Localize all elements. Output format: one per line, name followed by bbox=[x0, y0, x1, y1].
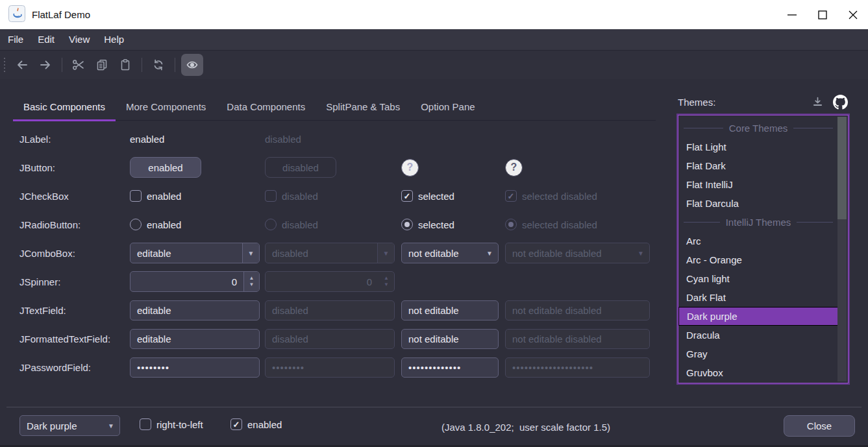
forward-button[interactable] bbox=[36, 55, 55, 75]
chevron-down-icon[interactable]: ▼ bbox=[481, 243, 498, 263]
right-to-left-checkbox[interactable]: right-to-left bbox=[140, 418, 203, 430]
checkbox-icon bbox=[265, 190, 277, 202]
theme-item-dark-flat[interactable]: Dark Flat bbox=[678, 288, 838, 307]
help-button[interactable]: ? bbox=[401, 159, 419, 176]
help-button-disabled: ? bbox=[505, 159, 523, 176]
passwordfield-editable[interactable]: •••••••• bbox=[130, 357, 260, 378]
theme-item-flat-darcula[interactable]: Flat Darcula bbox=[678, 194, 838, 213]
combobox-disabled: disabled▼ bbox=[265, 243, 395, 263]
theme-item-cyan-light[interactable]: Cyan light bbox=[678, 269, 838, 288]
toolbar-separator bbox=[62, 58, 62, 72]
spinner-up-down-icons[interactable]: ▲▼ bbox=[243, 272, 259, 291]
scissors-icon bbox=[72, 58, 85, 71]
app-window: FlatLaf Demo File Edit View Help bbox=[0, 0, 868, 447]
row-label: JSpinner: bbox=[19, 276, 130, 287]
tab-more-components[interactable]: More Components bbox=[116, 93, 216, 120]
jpasswordfield-row: JPasswordField: •••••••• •••••••• ••••••… bbox=[19, 353, 650, 381]
theme-item-dark-purple[interactable]: Dark purple bbox=[678, 307, 838, 326]
toolbar-grip-handle[interactable] bbox=[4, 58, 5, 72]
passwordfield-not-editable-disabled: •••••••••••••••••••• bbox=[505, 357, 650, 378]
menu-view[interactable]: View bbox=[62, 29, 97, 50]
checkbox-selected[interactable]: selected bbox=[401, 190, 499, 202]
toolbar bbox=[0, 51, 868, 79]
theme-item-gray[interactable]: Gray bbox=[678, 344, 838, 363]
radio-disabled: disabled bbox=[265, 219, 395, 230]
tab-option-pane[interactable]: Option Pane bbox=[410, 93, 485, 120]
radio-selected[interactable]: selected bbox=[401, 219, 499, 230]
radio-selected-disabled: selected disabled bbox=[505, 219, 650, 230]
maximize-button[interactable] bbox=[807, 0, 837, 29]
enabled-button[interactable]: enabled bbox=[130, 157, 201, 178]
theme-item-flat-intellij[interactable]: Flat IntelliJ bbox=[678, 175, 838, 194]
theme-item-dracula[interactable]: Dracula bbox=[678, 326, 838, 344]
paste-button[interactable] bbox=[116, 55, 135, 75]
copy-button[interactable] bbox=[92, 55, 112, 75]
jcombobox-row: JComboBox: editable▼ disabled▼ not edita… bbox=[19, 239, 650, 267]
window-controls bbox=[776, 0, 868, 29]
bottom-bar: Dark purple▼ right-to-left enabled (Java… bbox=[0, 407, 868, 447]
component-rows: JLabel: enabled disabled JButton: enable… bbox=[19, 125, 650, 381]
radio-enabled[interactable]: enabled bbox=[130, 219, 260, 230]
jradiobutton-row: JRadioButton: enabled disabled selected … bbox=[19, 210, 650, 239]
radio-selected-icon bbox=[505, 219, 517, 230]
status-text: (Java 1.8.0_202; user scale factor 1.5) bbox=[441, 422, 610, 433]
themes-scrollbar[interactable] bbox=[837, 117, 847, 381]
textfield-editable[interactable]: editable bbox=[130, 300, 260, 320]
back-arrow-icon bbox=[16, 58, 29, 71]
chevron-down-icon: ▼ bbox=[377, 243, 394, 263]
checkbox-enabled[interactable]: enabled bbox=[130, 190, 260, 202]
menu-edit[interactable]: Edit bbox=[31, 29, 62, 50]
java-app-icon bbox=[8, 5, 25, 25]
tab-basic-components[interactable]: Basic Components bbox=[13, 93, 116, 120]
theme-combobox[interactable]: Dark purple▼ bbox=[19, 415, 120, 436]
download-button[interactable] bbox=[809, 93, 826, 110]
cut-button[interactable] bbox=[69, 55, 88, 75]
tab-splitpane-tabs[interactable]: SplitPane & Tabs bbox=[316, 93, 410, 120]
close-button[interactable] bbox=[837, 0, 868, 29]
combobox-editable[interactable]: editable▼ bbox=[130, 243, 260, 263]
jcheckbox-row: JCheckBox enabled disabled selected sele… bbox=[19, 182, 650, 210]
label-disabled: disabled bbox=[265, 134, 301, 145]
theme-item-flat-dark[interactable]: Flat Dark bbox=[678, 156, 838, 175]
chevron-down-icon[interactable]: ▼ bbox=[103, 416, 119, 435]
spinner-enabled[interactable]: 0▲▼ bbox=[130, 271, 260, 292]
chevron-down-icon[interactable]: ▼ bbox=[242, 243, 259, 263]
enabled-checkbox[interactable]: enabled bbox=[230, 418, 282, 430]
textfield-not-editable[interactable]: not editable bbox=[401, 300, 499, 320]
menu-file[interactable]: File bbox=[1, 29, 31, 50]
row-label: JRadioButton: bbox=[19, 219, 130, 230]
theme-group-header: IntelliJ Themes bbox=[678, 213, 838, 232]
checkbox-selected-disabled: selected disabled bbox=[505, 190, 650, 202]
github-icon bbox=[833, 95, 848, 110]
window-title: FlatLaf Demo bbox=[32, 9, 90, 20]
row-label: JCheckBox bbox=[19, 191, 130, 202]
formatted-textfield-editable[interactable]: editable bbox=[130, 329, 260, 349]
forward-arrow-icon bbox=[39, 58, 52, 71]
chevron-down-icon: ▼ bbox=[632, 243, 649, 263]
passwordfield-not-editable[interactable]: ••••••••••••• bbox=[401, 357, 499, 378]
formatted-textfield-not-editable[interactable]: not editable bbox=[401, 329, 499, 349]
theme-item-flat-light[interactable]: Flat Light bbox=[678, 138, 838, 156]
clipboard-icon bbox=[119, 58, 132, 71]
theme-item-arc-orange[interactable]: Arc - Orange bbox=[678, 250, 838, 269]
show-toggle-button[interactable] bbox=[181, 54, 203, 76]
formatted-textfield-disabled: disabled bbox=[265, 329, 395, 349]
checkbox-icon bbox=[130, 190, 142, 202]
combobox-not-editable[interactable]: not editable▼ bbox=[401, 243, 499, 263]
jspinner-row: JSpinner: 0▲▼ 0▲▼ bbox=[19, 267, 650, 296]
back-button[interactable] bbox=[12, 55, 32, 75]
minimize-button[interactable] bbox=[776, 0, 807, 29]
close-dialog-button[interactable]: Close bbox=[784, 415, 855, 437]
menu-help[interactable]: Help bbox=[97, 29, 131, 50]
disabled-button: disabled bbox=[265, 157, 336, 178]
theme-item-gruvbox[interactable]: Gruvbox bbox=[678, 363, 838, 382]
theme-item-arc[interactable]: Arc bbox=[678, 232, 838, 250]
refresh-button[interactable] bbox=[149, 55, 168, 75]
tab-data-components[interactable]: Data Components bbox=[216, 93, 316, 120]
row-label: JLabel: bbox=[19, 134, 130, 145]
spinner-up-down-icons: ▲▼ bbox=[378, 272, 394, 291]
formatted-textfield-not-editable-disabled: not editable disabled bbox=[505, 329, 650, 349]
combobox-not-editable-disabled: not editable disabled▼ bbox=[505, 243, 650, 263]
scrollbar-thumb[interactable] bbox=[837, 117, 847, 219]
github-button[interactable] bbox=[832, 93, 849, 110]
